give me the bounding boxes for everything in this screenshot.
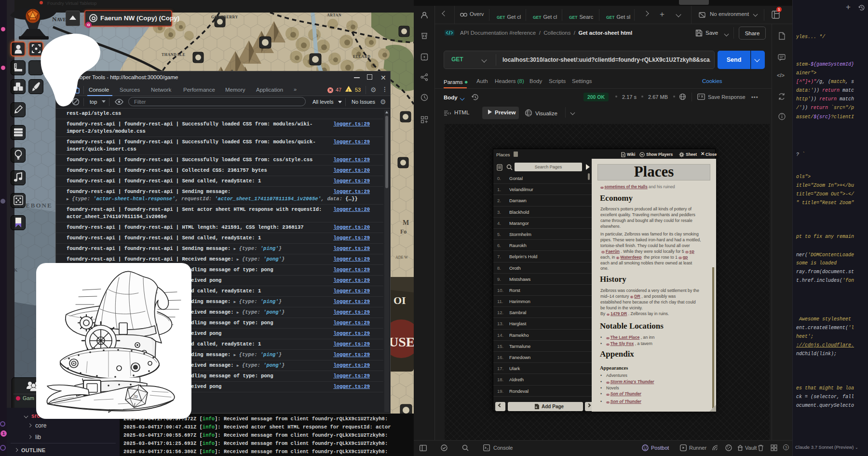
svg-text:USE: USE xyxy=(389,334,414,349)
svg-text:ELLARD: ELLARD xyxy=(353,55,370,59)
svg-text:THANDALE: THANDALE xyxy=(162,53,185,57)
svg-text:OI: OI xyxy=(393,294,406,306)
svg-text:ADE W: ADE W xyxy=(395,255,408,260)
svg-text:ACK: ACK xyxy=(14,267,18,273)
svg-text:GONTBERRY: GONTBERRY xyxy=(211,15,238,19)
svg-text:Fo: Fo xyxy=(400,228,407,235)
svg-text:M: M xyxy=(403,219,409,226)
svg-text:ARTAN: ARTAN xyxy=(327,13,341,17)
